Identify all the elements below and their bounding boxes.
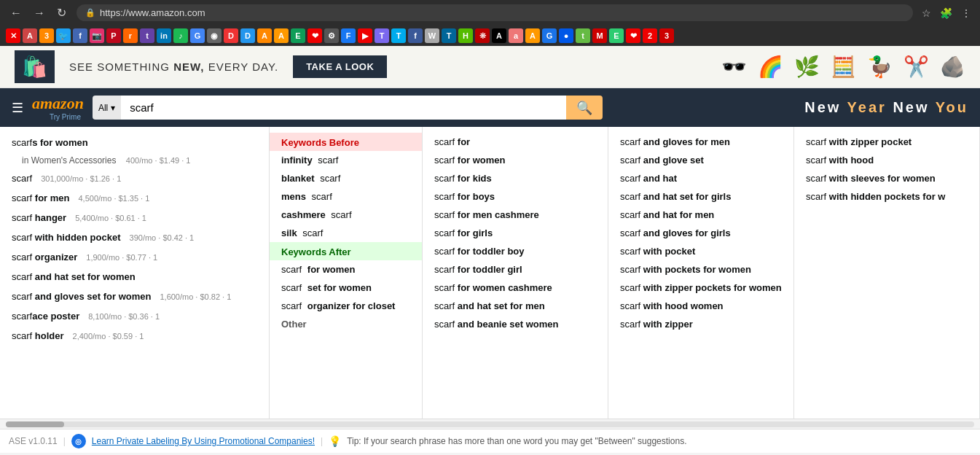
list-item[interactable]: scarf for boys xyxy=(423,187,608,206)
list-item[interactable]: scarf for xyxy=(423,133,608,151)
favicon-misc6[interactable]: ● xyxy=(559,28,573,43)
favicon-misc12[interactable]: 3 xyxy=(659,28,674,43)
list-item[interactable]: in Women's Accessories 400/mo · $1.49 · … xyxy=(0,152,269,168)
list-item[interactable]: scarf and hat xyxy=(608,169,793,187)
favicon-misc10[interactable]: ❤ xyxy=(626,28,640,43)
list-item[interactable]: scarf and gloves for men xyxy=(608,133,793,151)
favicon-amazon3[interactable]: A xyxy=(274,28,289,43)
favicon-tumblr[interactable]: T xyxy=(375,28,389,43)
favicon-misc[interactable]: ◉ xyxy=(207,28,222,43)
list-item[interactable]: scarf for toddler boy xyxy=(423,242,608,260)
list-item[interactable]: scarf with hood women xyxy=(608,297,793,315)
list-item[interactable]: scarf for kids xyxy=(423,169,608,187)
list-item[interactable]: scarf and beanie set women xyxy=(423,315,608,333)
list-item[interactable]: scarf for women xyxy=(270,260,422,279)
favicon-twitter[interactable]: 🐦 xyxy=(56,28,71,43)
favicon-youtube[interactable]: ▶ xyxy=(358,28,372,43)
favicon-misc5[interactable]: a xyxy=(509,28,523,43)
favicon-misc4[interactable]: ❊ xyxy=(475,28,490,43)
list-item[interactable]: scarf with hidden pocket 390/mo · $0.42 … xyxy=(0,228,269,247)
favicon-linkedin[interactable]: in xyxy=(157,28,171,43)
list-item[interactable]: mens scarf xyxy=(270,187,422,206)
list-item[interactable]: scarf 301,000/mo · $1.26 · 1 xyxy=(0,168,269,188)
list-item[interactable]: scarf for toddler girl xyxy=(423,260,608,279)
list-item[interactable]: scarf set for women xyxy=(270,279,422,297)
hamburger-menu[interactable]: ☰ xyxy=(12,100,23,116)
list-item[interactable]: scarf organizer 1,900/mo · $0.77 · 1 xyxy=(0,247,269,267)
list-item[interactable]: scarf for men cashmere xyxy=(423,206,608,224)
address-bar[interactable]: 🔒 https://www.amazon.com xyxy=(77,4,913,21)
forward-button[interactable]: → xyxy=(29,5,50,21)
horizontal-scrollbar[interactable] xyxy=(0,419,980,429)
list-item[interactable]: Other xyxy=(270,315,422,333)
list-item[interactable]: scarf with pockets for women xyxy=(608,260,793,279)
list-item[interactable]: scarface poster 8,100/mo · $0.36 · 1 xyxy=(0,306,269,326)
list-item[interactable]: scarf and hat for men xyxy=(608,206,793,224)
favicon-facebook[interactable]: f xyxy=(73,28,87,43)
favicon-misc7[interactable]: t xyxy=(576,28,590,43)
favicon-amazon5[interactable]: A xyxy=(525,28,540,43)
list-item[interactable]: scarf and glove set xyxy=(608,151,793,169)
favicon-google[interactable]: G xyxy=(190,28,205,43)
list-item[interactable]: scarf for girls xyxy=(423,224,608,242)
list-item[interactable]: scarf with hood xyxy=(794,151,979,169)
favicon-hacker[interactable]: H xyxy=(458,28,473,43)
learn-text[interactable]: Learn Private Labeling By Using Promotio… xyxy=(92,436,315,446)
list-item[interactable]: scarf with sleeves for women xyxy=(794,169,979,187)
search-input[interactable] xyxy=(121,96,566,120)
favicon-wiki[interactable]: W xyxy=(425,28,439,43)
favicon-favicon1[interactable]: A xyxy=(23,28,37,43)
favicon-spotify[interactable]: ♪ xyxy=(173,28,188,43)
favicon-google2[interactable]: G xyxy=(542,28,557,43)
search-button[interactable]: 🔍 xyxy=(566,96,603,120)
favicon-misc2[interactable]: ❤ xyxy=(307,28,322,43)
list-item[interactable]: scarf for men 4,500/mo · $1.35 · 1 xyxy=(0,188,269,208)
favicon-etsy[interactable]: E xyxy=(291,28,305,43)
list-item[interactable]: scarf and gloves for girls xyxy=(608,224,793,242)
back-button[interactable]: ← xyxy=(6,5,26,21)
favicon-misc11[interactable]: 2 xyxy=(643,28,657,43)
favicon-td[interactable]: T xyxy=(442,28,456,43)
list-item[interactable]: scarf organizer for closet xyxy=(270,297,422,315)
favicon-amazon4[interactable]: A xyxy=(492,28,506,43)
favicon-fb2[interactable]: F xyxy=(341,28,356,43)
list-item[interactable]: silk scarf xyxy=(270,224,422,242)
favicon-reddit[interactable]: r xyxy=(123,28,138,43)
refresh-button[interactable]: ↻ xyxy=(52,4,71,21)
menu-button[interactable]: ⋮ xyxy=(958,6,974,20)
favicon-misc3[interactable]: ⚙ xyxy=(324,28,339,43)
favicon-fb3[interactable]: f xyxy=(408,28,423,43)
favicon-docker[interactable]: D xyxy=(240,28,255,43)
list-item[interactable]: scarf hanger 5,400/mo · $0.61 · 1 xyxy=(0,208,269,228)
list-item[interactable]: scarf for women cashmere xyxy=(423,279,608,297)
list-item[interactable]: scarf with zipper pockets for women xyxy=(608,279,793,297)
search-category-dropdown[interactable]: All ▾ xyxy=(93,96,121,120)
list-item[interactable]: scarf for women xyxy=(423,151,608,169)
list-item[interactable]: scarf and hat set for women xyxy=(0,267,269,287)
favicon-twitter2[interactable]: T xyxy=(391,28,406,43)
amazon-logo[interactable]: amazon Try Prime xyxy=(32,94,84,121)
favicon-favicon2[interactable]: 3 xyxy=(39,28,54,43)
favicon-amazon2[interactable]: A xyxy=(257,28,272,43)
list-item[interactable]: scarf and hat set for girls xyxy=(608,187,793,206)
scroll-thumb[interactable] xyxy=(6,421,64,427)
favicon-pinterest[interactable]: P xyxy=(106,28,121,43)
list-item[interactable]: blanket scarf xyxy=(270,169,422,187)
list-item[interactable]: scarf with zipper pocket xyxy=(794,133,979,151)
favicon-twitch[interactable]: t xyxy=(140,28,154,43)
extensions-button[interactable]: 🧩 xyxy=(937,6,955,20)
list-item[interactable]: infinity scarf xyxy=(270,151,422,169)
list-item[interactable]: scarf and gloves set for women 1,600/mo … xyxy=(0,287,269,306)
list-item[interactable]: scarf with zipper xyxy=(608,315,793,333)
list-item[interactable]: scarf with hidden pockets for w xyxy=(794,187,979,206)
favicon-close[interactable]: ✕ xyxy=(6,28,20,43)
list-item[interactable]: scarf and hat set for men xyxy=(423,297,608,315)
list-item[interactable]: cashmere scarf xyxy=(270,206,422,224)
list-item[interactable]: scarfs for women xyxy=(0,133,269,152)
banner-cta-button[interactable]: TAKE A LOOK xyxy=(293,55,387,78)
list-item[interactable]: scarf with pocket xyxy=(608,242,793,260)
favicon-disqus[interactable]: D xyxy=(224,28,238,43)
bookmark-button[interactable]: ☆ xyxy=(919,6,934,20)
favicon-misc9[interactable]: E xyxy=(609,28,624,43)
list-item[interactable]: scarf holder 2,400/mo · $0.59 · 1 xyxy=(0,326,269,346)
